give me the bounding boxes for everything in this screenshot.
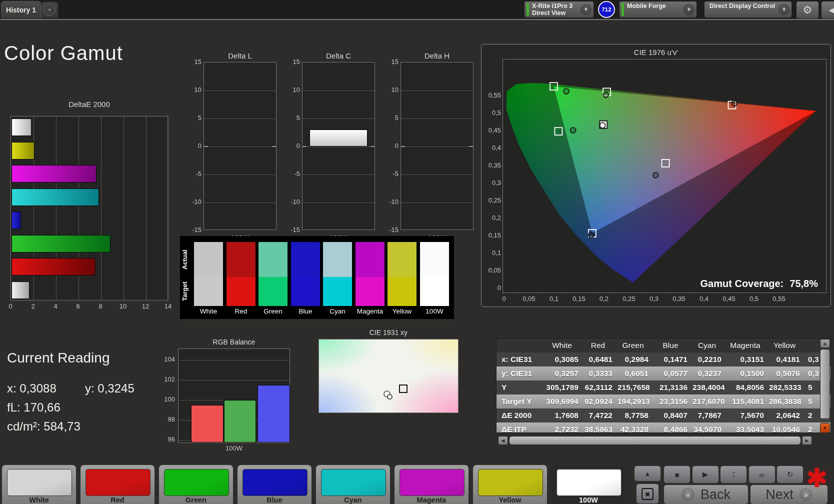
device-dropdown-1[interactable]: Mobile Forge ▼	[619, 1, 697, 18]
table-vscroll-down[interactable]: ▼	[820, 423, 830, 433]
rgb-balance-xlabel: 100W	[178, 444, 290, 452]
delta-y-tick: 15	[182, 58, 202, 66]
transport-interval-button[interactable]: ⌶	[720, 466, 747, 484]
deltae-gridline	[168, 116, 169, 300]
refresh-icon: ↻	[787, 470, 794, 479]
patch-label: Green	[159, 496, 233, 504]
delta-gridline	[204, 174, 276, 175]
table-cell: 1,7608	[546, 411, 584, 420]
swatch-actual-yellow	[388, 242, 416, 277]
delta-gridline	[401, 118, 473, 119]
delta-chart-1	[302, 62, 375, 230]
cd-value: 584,73	[44, 420, 80, 433]
transport-play-button[interactable]: ▶	[692, 466, 719, 484]
app-window: History 1 + X-Rite i1Pro 3Direct View▼71…	[0, 0, 834, 504]
patch-button-white[interactable]: White	[2, 464, 76, 504]
patch-button-green[interactable]: Green	[158, 464, 234, 504]
table-vscroll-thumb[interactable]	[820, 349, 830, 419]
cd-label: cd/m²:	[7, 420, 40, 433]
cie1976-y-tick: 0,35	[481, 162, 501, 169]
delta-y-tick: -10	[380, 198, 398, 206]
device-dropdown-label: Mobile Forge	[627, 2, 680, 16]
swatch-target-white	[194, 277, 223, 306]
table-row-label: x: CIE31	[496, 355, 546, 364]
patch-button-100w[interactable]: 100W	[551, 464, 626, 504]
delta-chart-0	[204, 62, 276, 230]
patch-button-red[interactable]: Red	[80, 464, 155, 504]
delta-y-tick: 0	[182, 142, 202, 150]
cie1976-x-tick: 0,25	[619, 295, 639, 302]
table-cell: 21,3136	[654, 383, 692, 392]
zero-notch	[401, 146, 405, 147]
cie1976-x-tick: 0,55	[769, 295, 789, 302]
device-dropdown-0[interactable]: X-Rite i1Pro 3Direct View▼	[524, 1, 594, 18]
transport-stop-button[interactable]: ■	[664, 466, 690, 484]
cie1976-x-tick: 0,15	[569, 295, 589, 302]
swatch-actual-magenta	[356, 242, 384, 277]
scroll-up-button[interactable]: ▲	[634, 466, 661, 482]
swatch-target-cyan	[323, 277, 352, 306]
deltae-x-tick: 10	[117, 302, 129, 310]
delta-chart-title-2: Delta H	[400, 52, 474, 60]
table-row: Target Y309,699492,0924194,291323,315621…	[496, 394, 830, 408]
deltae-chart	[10, 116, 168, 300]
rgb-bar-blue	[258, 385, 290, 442]
cie1976-y-tick: 0,4	[481, 144, 501, 152]
table-hscroll-right[interactable]: ▶	[802, 436, 812, 445]
cie1976-x-tick: 0,35	[669, 295, 689, 302]
rgb-gridline	[178, 360, 290, 360]
cie1931-plot	[318, 339, 458, 413]
delta-chart-title-1: Delta C	[302, 52, 375, 60]
transport-loop-button[interactable]: ∞	[748, 466, 776, 484]
table-cell: 0,2210	[692, 355, 726, 364]
tab-history-1[interactable]: History 1	[1, 1, 41, 18]
table-cell: 115,4081	[726, 397, 769, 406]
meter-count-badge[interactable]: 712	[598, 1, 615, 18]
patch-button-magenta[interactable]: Magenta	[394, 464, 469, 504]
collapse-panel-button[interactable]: ◀	[821, 1, 834, 19]
rgb-bar-red	[191, 405, 224, 442]
transport-refresh-button[interactable]: ↻	[776, 466, 804, 484]
delta-y-tick: -10	[281, 198, 300, 206]
deltae-x-tick: 0	[4, 302, 16, 310]
fl-value: 170,66	[24, 400, 60, 414]
plus-icon: +	[44, 4, 56, 16]
swatch-actual-100w	[420, 242, 449, 277]
zero-notch	[469, 146, 473, 147]
patch-button-cyan[interactable]: Cyan	[316, 464, 390, 504]
swatch-label: White	[194, 308, 223, 315]
deltae-bar-magenta	[12, 165, 96, 182]
patch-button-yellow[interactable]: Yellow	[472, 464, 548, 504]
table-cell: 10,0546	[769, 425, 805, 433]
table-cell: 215,7658	[618, 383, 654, 392]
x-label: x:	[7, 382, 16, 395]
add-tab-button[interactable]: +	[41, 2, 58, 18]
current-reading-title: Current Reading	[7, 350, 110, 366]
cie1976-x-tick: 0,1	[544, 295, 564, 302]
table-hscroll-left[interactable]: ◀	[498, 436, 508, 445]
play-icon: ▶	[702, 470, 708, 479]
chevron-down-icon: ▼	[580, 4, 592, 15]
patch-swatch	[400, 469, 464, 496]
deltae-bar-red	[12, 258, 96, 276]
swatch-target-blue	[291, 277, 320, 306]
back-button[interactable]: « Back	[664, 484, 748, 504]
device-dropdown-2[interactable]: Direct Display Control ▼	[704, 1, 792, 18]
delta-y-tick: -5	[182, 170, 202, 178]
actual-target-swatch-strip: ActualTargetWhiteRedGreenBlueCyanMagenta…	[180, 236, 454, 319]
actual-marker-white	[600, 122, 606, 128]
swatch-label: Green	[258, 308, 288, 315]
gamut-coverage-readout: Gamut Coverage:75,8%	[650, 278, 818, 290]
stop-pattern-button[interactable]: ■	[636, 484, 659, 504]
settings-button[interactable]: ⚙	[796, 1, 819, 19]
table-hscroll-thumb[interactable]	[509, 436, 801, 445]
table-cell: 0,1471	[654, 355, 692, 364]
swatch-target-red	[226, 277, 256, 306]
deltae-gridline	[101, 116, 102, 300]
patch-button-blue[interactable]: Blue	[237, 464, 312, 504]
table-cell-clipped: 2	[805, 425, 822, 433]
table-cell: 7,4722	[584, 411, 618, 420]
gamut-coverage-label: Gamut Coverage:	[700, 278, 784, 289]
stop-square-icon: ■	[642, 488, 653, 500]
table-vscroll-up[interactable]: ▲	[820, 339, 830, 348]
